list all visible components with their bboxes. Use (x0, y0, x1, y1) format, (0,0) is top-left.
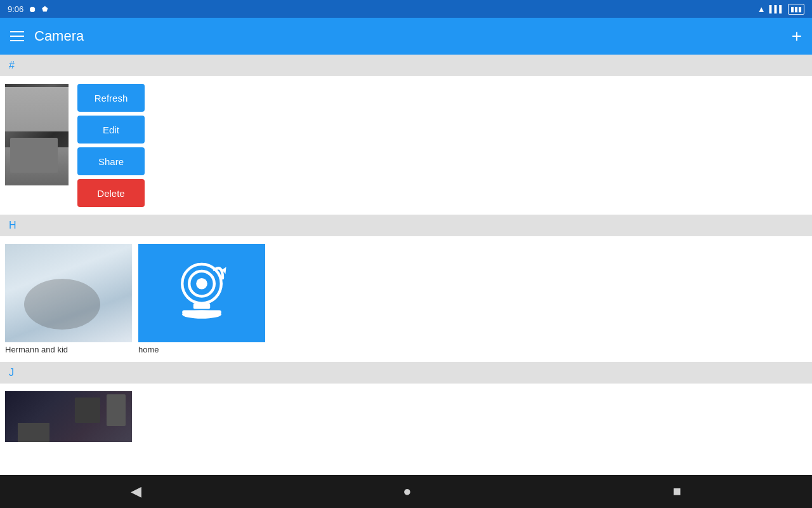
hamburger-line-3 (10, 40, 24, 41)
status-bar-left: 9:06 ⏺ ⬟ (8, 4, 48, 14)
record-icon: ⏺ (29, 4, 37, 14)
hermann-camera-item[interactable]: Hermann and kid (5, 244, 132, 354)
section-header-j: J (0, 362, 812, 384)
hamburger-menu-button[interactable] (10, 31, 24, 41)
home-camera-icon (138, 244, 265, 342)
webcam-icon (167, 257, 237, 330)
hermann-camera-thumbnail (5, 244, 132, 342)
time-display: 9:06 (8, 4, 23, 14)
section-h: H Hermann and kid (0, 215, 812, 362)
j-camera-item[interactable] (5, 391, 132, 442)
hash-camera-item[interactable] (5, 84, 69, 185)
app-title: Camera (34, 28, 84, 44)
battery-icon: ▮▮▮ (788, 4, 804, 15)
app-bar-left: Camera (10, 28, 84, 44)
hamburger-line-2 (10, 36, 24, 37)
app-bar: Camera + (0, 18, 812, 55)
recent-apps-button[interactable]: ■ (660, 478, 694, 505)
hermann-camera-label: Hermann and kid (5, 345, 68, 354)
hash-camera-thumbnail (5, 84, 69, 185)
home-camera-item[interactable]: home (138, 244, 265, 354)
back-button[interactable]: ◀ (118, 478, 154, 505)
refresh-button[interactable]: Refresh (77, 84, 145, 112)
home-camera-label: home (138, 345, 159, 354)
delete-button[interactable]: Delete (77, 179, 145, 207)
hamburger-line-1 (10, 31, 24, 32)
svg-point-2 (196, 278, 207, 290)
section-j: J (0, 362, 812, 450)
svg-rect-6 (182, 310, 221, 314)
nav-bar: ◀ ● ■ (0, 475, 812, 508)
status-bar-right: ▲ ▌▌▌ ▮▮▮ (757, 4, 804, 15)
edit-button[interactable]: Edit (77, 116, 145, 144)
section-header-h: H (0, 215, 812, 236)
wifi-icon: ▲ (757, 4, 766, 14)
status-bar: 9:06 ⏺ ⬟ ▲ ▌▌▌ ▮▮▮ (0, 0, 812, 18)
svg-rect-4 (193, 303, 210, 309)
j-camera-thumbnail (5, 391, 132, 442)
signal-icon: ▌▌▌ (769, 5, 784, 13)
section-header-hash: # (0, 55, 812, 76)
context-menu: Refresh Edit Share Delete (77, 84, 145, 207)
hash-camera-section: Refresh Edit Share Delete (0, 76, 812, 215)
j-camera-section (0, 384, 812, 450)
content-area: # Refresh Edit Share Delete (0, 55, 812, 475)
share-button[interactable]: Share (77, 147, 145, 175)
home-button[interactable]: ● (390, 478, 424, 505)
location-icon: ⬟ (42, 5, 48, 13)
add-camera-button[interactable]: + (792, 26, 802, 46)
h-camera-section: Hermann and kid (0, 236, 812, 362)
section-hash: # Refresh Edit Share Delete (0, 55, 812, 215)
